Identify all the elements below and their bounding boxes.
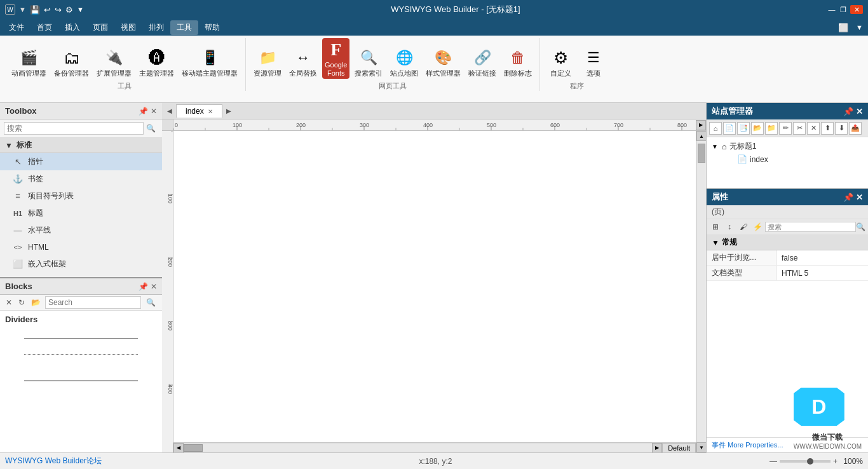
toolbox-item-bullet-list[interactable]: ≡ 项目符号列表 (0, 187, 162, 205)
vscroll-up-btn[interactable]: ▲ (696, 131, 706, 141)
canvas-viewport[interactable] (173, 131, 696, 442)
ribbon-btn-mobile-theme[interactable]: 📱 移动端主题管理器 (179, 46, 240, 79)
toolbox-search-button[interactable]: 🔍 (144, 123, 158, 134)
ribbon-btn-google-fonts[interactable]: F GoogleFonts (322, 38, 349, 79)
sm-btn-1[interactable]: ⌂ (709, 122, 722, 135)
sm-btn-9[interactable]: ⬆ (821, 122, 834, 135)
toolbox-search-input[interactable] (4, 122, 144, 135)
props-icon-grid[interactable]: ⊞ (709, 221, 722, 233)
toolbox-close-icon[interactable]: ✕ (151, 107, 157, 116)
ribbon-btn-customize[interactable]: ⚙ 自定义 (545, 46, 576, 79)
menu-arrange[interactable]: 排列 (142, 20, 170, 35)
zoom-slider[interactable] (780, 460, 831, 463)
properties-search-input[interactable] (765, 222, 856, 232)
qa-save-icon[interactable]: 💾 (30, 5, 40, 15)
blocks-search-input[interactable] (45, 296, 141, 309)
tree-item-index[interactable]: 📄 index (709, 153, 865, 165)
zoom-out-button[interactable]: — (770, 457, 777, 466)
menu-tools[interactable]: 工具 (170, 20, 198, 35)
sm-btn-8[interactable]: ✕ (807, 122, 820, 135)
vscroll-track[interactable] (696, 141, 706, 442)
forum-link[interactable]: WYSIWYG Web Builder论坛 (5, 456, 102, 466)
props-icon-sort[interactable]: ↕ (723, 221, 736, 233)
page-button[interactable]: Default (662, 443, 696, 453)
menu-view[interactable]: 视图 (114, 20, 142, 35)
properties-footer[interactable]: 事件 More Properties... (707, 437, 868, 452)
ruler-right-scroll-btn[interactable]: ▶ (696, 120, 706, 130)
quick-access-right[interactable]: ⬜ (833, 23, 853, 32)
toolbox-item-html[interactable]: <> HTML (0, 239, 162, 255)
vscroll-thumb[interactable] (698, 144, 705, 163)
zoom-slider-thumb[interactable] (807, 458, 813, 465)
blocks-folder-btn[interactable]: 📂 (29, 297, 43, 308)
ribbon-btn-replace[interactable]: ↔ 全局替换 (287, 46, 320, 79)
ribbon-btn-animation[interactable]: 🎬 动画管理器 (9, 46, 49, 79)
sm-btn-10[interactable]: ⬇ (835, 122, 848, 135)
toolbox-pin-icon[interactable]: 📌 (139, 107, 148, 116)
props-pin-icon[interactable]: 📌 (843, 193, 853, 202)
quick-access-right2[interactable]: ▼ (853, 24, 865, 31)
toolbox-item-bookmark[interactable]: ⚓ 书签 (0, 170, 162, 187)
canvas-tab-index[interactable]: index ✕ (176, 104, 222, 118)
sm-btn-11[interactable]: 📤 (849, 122, 862, 135)
toolbox-item-pointer[interactable]: ↖ 指针 (0, 153, 162, 170)
props-search-icon[interactable]: 🔍 (856, 222, 865, 231)
tree-item-root[interactable]: ▼ ⌂ 无标题1 (709, 140, 865, 153)
hscroll-thumb[interactable] (184, 444, 203, 452)
sm-btn-6[interactable]: ✏ (779, 122, 792, 135)
ribbon-btn-options[interactable]: ☰ 选项 (578, 46, 609, 79)
hscroll-track[interactable] (184, 444, 652, 452)
canvas-tab-left-btn[interactable]: ◀ (165, 106, 175, 116)
blocks-refresh-btn[interactable]: ↻ (17, 297, 27, 308)
vscroll-down-btn[interactable]: ▼ (696, 442, 706, 452)
props-close-icon[interactable]: ✕ (856, 193, 863, 202)
menu-home[interactable]: 首页 (31, 20, 58, 35)
ribbon-btn-extensions[interactable]: 🔌 扩展管理器 (94, 46, 134, 79)
qa-undo-icon[interactable]: ↩ (44, 5, 51, 15)
props-icon-filter[interactable]: 🖌 (737, 221, 750, 233)
ribbon-btn-validate-links[interactable]: 🔗 验证链接 (466, 46, 499, 79)
sm-btn-3[interactable]: 📑 (737, 122, 750, 135)
toolbox-item-hr[interactable]: — 水平线 (0, 222, 162, 239)
ribbon-btn-theme[interactable]: 🅐 主题管理器 (137, 46, 177, 79)
hscroll-left-btn[interactable]: ◀ (173, 443, 184, 453)
sm-btn-4[interactable]: 📂 (751, 122, 764, 135)
prop-value-doctype[interactable]: HTML 5 (776, 267, 868, 280)
menu-page[interactable]: 页面 (86, 20, 114, 35)
menu-help[interactable]: 帮助 (198, 20, 226, 35)
ribbon-btn-search-index[interactable]: 🔍 搜索索引 (352, 46, 385, 79)
hscroll-right-btn[interactable]: ▶ (652, 443, 662, 453)
props-icon-lightning[interactable]: ⚡ (751, 221, 764, 233)
menu-insert[interactable]: 插入 (58, 20, 86, 35)
close-button[interactable]: ✕ (850, 5, 863, 14)
blocks-search-button[interactable]: 🔍 (144, 297, 158, 308)
qa-dropdown-icon[interactable]: ▼ (77, 6, 84, 13)
ribbon-btn-style-manager[interactable]: 🎨 样式管理器 (423, 46, 463, 79)
sm-close-icon[interactable]: ✕ (856, 107, 863, 116)
ribbon-btn-remove-marks[interactable]: 🗑 删除标志 (501, 46, 534, 79)
tree-expand-root[interactable]: ▼ (712, 143, 719, 150)
qa-redo-icon[interactable]: ↪ (55, 5, 62, 15)
qa-menu-icon[interactable]: ⚙ (65, 5, 73, 15)
minimize-button[interactable]: — (827, 5, 836, 14)
blocks-delete-btn[interactable]: ✕ (4, 297, 14, 308)
sm-btn-7[interactable]: ✂ (793, 122, 806, 135)
blocks-pin-icon[interactable]: 📌 (139, 282, 148, 291)
sm-btn-2[interactable]: 📄 (723, 122, 736, 135)
sm-pin-icon[interactable]: 📌 (843, 107, 853, 116)
canvas-tab-right-btn[interactable]: ▶ (224, 106, 234, 116)
blocks-close-icon[interactable]: ✕ (151, 282, 157, 291)
prop-section-general[interactable]: ▼ 常规 (707, 235, 868, 250)
sm-btn-5[interactable]: 📁 (765, 122, 778, 135)
zoom-in-button[interactable]: + (833, 457, 837, 466)
canvas-tab-close-icon[interactable]: ✕ (208, 108, 213, 115)
restore-button[interactable]: ❐ (839, 5, 848, 14)
toolbox-item-heading[interactable]: H1 标题 (0, 205, 162, 222)
toolbox-item-iframe[interactable]: ⬜ 嵌入式框架 (0, 255, 162, 273)
ribbon-btn-backup[interactable]: 🗂 备份管理器 (51, 46, 92, 79)
menu-file[interactable]: 文件 (3, 20, 31, 35)
prop-value-center[interactable]: false (776, 252, 868, 264)
toolbox-section-standard[interactable]: ▼ 标准 (0, 138, 162, 153)
ribbon-btn-sitemap[interactable]: 🌐 站点地图 (388, 46, 421, 79)
ribbon-btn-resources[interactable]: 📁 资源管理 (251, 46, 284, 79)
